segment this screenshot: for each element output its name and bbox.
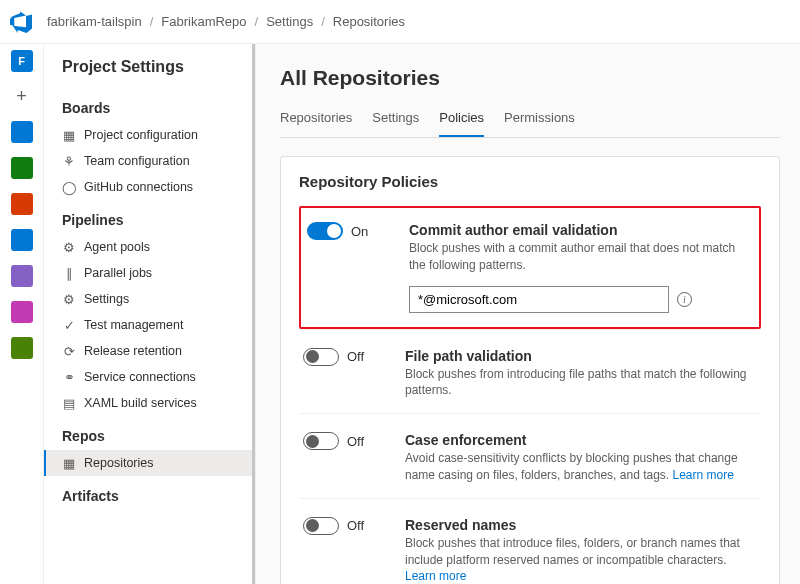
learn-more-link[interactable]: Learn more <box>673 468 734 482</box>
nav-group-title: Pipelines <box>44 206 255 234</box>
policy-desc: Block pushes with a commit author email … <box>409 240 753 274</box>
policy-title: File path validation <box>405 348 757 364</box>
rail-tile-6[interactable] <box>11 265 33 287</box>
policy-pattern-input[interactable] <box>409 286 669 313</box>
breadcrumb-settings[interactable]: Settings <box>266 14 313 29</box>
policy-desc: Block pushes from introducing file paths… <box>405 366 757 400</box>
toggle-state-label: Off <box>347 518 364 533</box>
nav-item-label: Service connections <box>84 370 196 384</box>
tab-policies[interactable]: Policies <box>439 104 484 137</box>
rail-tile-2[interactable] <box>11 121 33 143</box>
policy-toggle[interactable] <box>307 222 343 240</box>
nav-item-service-connections[interactable]: ⚭Service connections <box>44 364 255 390</box>
parallel-icon: ∥ <box>62 266 76 280</box>
policy-row: On Commit author email validation Block … <box>299 206 761 329</box>
nav-item-label: Settings <box>84 292 129 306</box>
test-icon: ✓ <box>62 318 76 332</box>
new-item-button[interactable]: + <box>16 86 27 107</box>
rail-tile-7[interactable] <box>11 301 33 323</box>
nav-item-label: XAML build services <box>84 396 197 410</box>
nav-item-release-retention[interactable]: ⟳Release retention <box>44 338 255 364</box>
nav-item-label: Team configuration <box>84 154 190 168</box>
nav-item-team-configuration[interactable]: ⚘Team configuration <box>44 148 255 174</box>
policy-desc: Block pushes that introduce files, folde… <box>405 535 757 584</box>
github-icon: ◯ <box>62 180 76 194</box>
tab-settings[interactable]: Settings <box>372 104 419 137</box>
policy-row: Off Reserved names Block pushes that int… <box>299 498 761 584</box>
policy-title: Commit author email validation <box>409 222 753 238</box>
nav-item-label: Test management <box>84 318 183 332</box>
retention-icon: ⟳ <box>62 344 76 358</box>
nav-item-test-management[interactable]: ✓Test management <box>44 312 255 338</box>
doc-icon: ▦ <box>62 456 76 470</box>
info-icon[interactable]: i <box>677 292 692 307</box>
breadcrumb: fabrikam-tailspin/ FabrikamRepo/ Setting… <box>47 14 405 29</box>
nav-item-parallel-jobs[interactable]: ∥Parallel jobs <box>44 260 255 286</box>
content-area: All Repositories RepositoriesSettingsPol… <box>256 44 800 584</box>
repository-policies-card: Repository Policies On Commit author ema… <box>280 156 780 584</box>
project-settings-panel: Project Settings Boards▦Project configur… <box>44 44 256 584</box>
nav-item-label: Parallel jobs <box>84 266 152 280</box>
policy-toggle[interactable] <box>303 348 339 366</box>
nav-item-xaml-build-services[interactable]: ▤XAML build services <box>44 390 255 416</box>
rail-tile-0[interactable]: F <box>11 50 33 72</box>
toggle-state-label: Off <box>347 349 364 364</box>
breadcrumb-repos[interactable]: Repositories <box>333 14 405 29</box>
panel-title: Project Settings <box>44 58 255 88</box>
learn-more-link[interactable]: Learn more <box>405 569 466 583</box>
xaml-icon: ▤ <box>62 396 76 410</box>
nav-item-label: Project configuration <box>84 128 198 142</box>
nav-item-settings[interactable]: ⚙Settings <box>44 286 255 312</box>
nav-group-title: Boards <box>44 94 255 122</box>
policy-row: Off Case enforcement Avoid case-sensitiv… <box>299 413 761 498</box>
rail-tile-3[interactable] <box>11 157 33 179</box>
rail-tile-8[interactable] <box>11 337 33 359</box>
nav-item-label: Release retention <box>84 344 182 358</box>
breadcrumb-org[interactable]: fabrikam-tailspin <box>47 14 142 29</box>
tab-repositories[interactable]: Repositories <box>280 104 352 137</box>
policy-toggle[interactable] <box>303 517 339 535</box>
policy-desc: Avoid case-sensitivity conflicts by bloc… <box>405 450 757 484</box>
tab-permissions[interactable]: Permissions <box>504 104 575 137</box>
gear-icon: ⚙ <box>62 292 76 306</box>
service-icon: ⚭ <box>62 370 76 384</box>
nav-item-agent-pools[interactable]: ⚙Agent pools <box>44 234 255 260</box>
card-title: Repository Policies <box>299 173 761 190</box>
rail-tile-5[interactable] <box>11 229 33 251</box>
policy-toggle[interactable] <box>303 432 339 450</box>
nav-item-label: Repositories <box>84 456 153 470</box>
nav-group-title: Repos <box>44 422 255 450</box>
azure-devops-icon[interactable] <box>10 11 32 33</box>
page-title: All Repositories <box>280 66 780 90</box>
breadcrumb-repo[interactable]: FabrikamRepo <box>161 14 246 29</box>
nav-item-github-connections[interactable]: ◯GitHub connections <box>44 174 255 200</box>
doc-icon: ▦ <box>62 128 76 142</box>
policy-row: Off File path validation Block pushes fr… <box>299 329 761 414</box>
content-tabs: RepositoriesSettingsPoliciesPermissions <box>280 104 780 138</box>
toggle-state-label: Off <box>347 434 364 449</box>
policy-title: Reserved names <box>405 517 757 533</box>
left-icon-rail: F+ <box>0 44 44 584</box>
nav-group-title: Artifacts <box>44 482 255 510</box>
agent-icon: ⚙ <box>62 240 76 254</box>
nav-item-project-configuration[interactable]: ▦Project configuration <box>44 122 255 148</box>
toggle-state-label: On <box>351 224 368 239</box>
rail-tile-4[interactable] <box>11 193 33 215</box>
nav-item-repositories[interactable]: ▦Repositories <box>44 450 255 476</box>
nav-item-label: Agent pools <box>84 240 150 254</box>
nav-item-label: GitHub connections <box>84 180 193 194</box>
team-icon: ⚘ <box>62 154 76 168</box>
policy-title: Case enforcement <box>405 432 757 448</box>
